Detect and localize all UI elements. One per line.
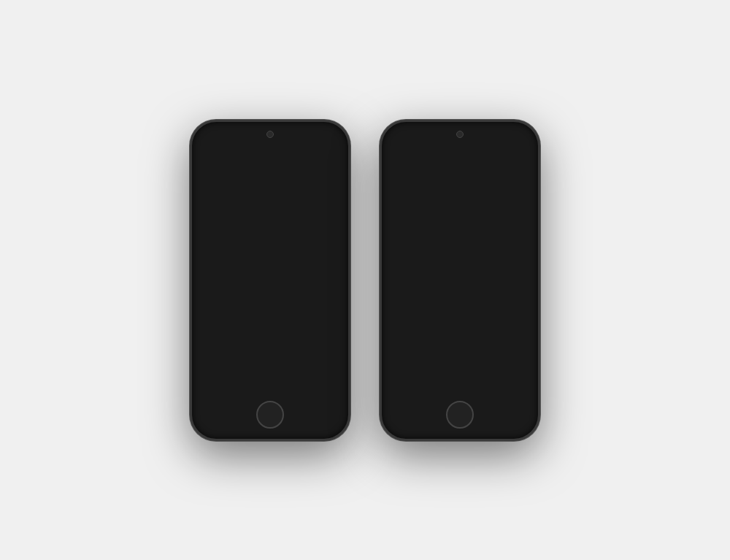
shuffle-play-container: SHUFFLE PLAY	[196, 175, 345, 202]
library-item-6[interactable]: CROSSFITPOP CrossFit Pop Playlist • by T…	[385, 377, 534, 397]
lib-title-2: Switchfoot	[420, 265, 447, 272]
song-subtitle-5: ↓ Rhiannon Giddens • Factory Girl	[204, 331, 326, 338]
podcasts-left: ((·)) Podcasts & Videos	[394, 196, 468, 207]
battery-icon	[326, 145, 337, 150]
status-bar-2: T-Mobile Wi-Fi 📶 8:00 AM ⊕ ✱	[385, 142, 534, 154]
library-item-4[interactable]: DiscoverWeekly Discover Weekly Playlist …	[385, 317, 534, 347]
song-info-4: Mouth Music ↓ Rhiannon Giddens • Factory…	[204, 299, 326, 315]
download-progress-row: DOWNLOADING 1815 OF 1957	[385, 174, 534, 185]
song-info-7: Factory Girl ↓ Rhiannon Giddens • Factor…	[204, 369, 326, 385]
lib-title-4: Discover Weekly	[420, 325, 464, 331]
thumb-label-1: SWITCHFOOT	[394, 231, 416, 242]
library-item-3[interactable]: Complete Allman Brown Playlist • by Allm…	[385, 287, 534, 317]
downloading-label-2: DOWNLOADING	[394, 177, 438, 183]
song-item-7[interactable]: Factory Girl ↓ Rhiannon Giddens • Factor…	[196, 366, 345, 389]
library-item-left-2: Switchfoot Artist	[394, 261, 447, 283]
song-item-4[interactable]: Mouth Music ↓ Rhiannon Giddens • Factory…	[196, 296, 345, 319]
edit-button[interactable]: Edit	[515, 218, 526, 224]
song-title-5: Moonshiner's Daughter	[204, 323, 326, 330]
status-bar-1: T-Mobile Wi-Fi 📶 8:00 AM ⊕ ✱	[196, 142, 345, 154]
song-list: Freedom Highway ↓ Rhiannon Giddens • Fre…	[196, 226, 345, 389]
song-title-2: At the Purchaser's Option	[204, 253, 326, 260]
item-chevron-6: ›	[523, 387, 526, 395]
lib-title-1: Where The Light Shines Through (Deluxe E…	[420, 231, 523, 245]
battery-icon-2	[515, 145, 527, 150]
wifi-icon-2: 📶	[451, 145, 458, 151]
podcast-icon: ((·))	[394, 196, 408, 207]
item-chevron-3: ›	[523, 297, 526, 305]
library-item-1[interactable]: SWITCHFOOT Where The Light Shines Throug…	[385, 227, 534, 257]
lib-title-3: Complete Allman Brown	[420, 295, 483, 302]
back-button[interactable]: <	[203, 156, 209, 168]
signal-dots-2	[393, 146, 407, 149]
progress-bar-fill	[394, 185, 516, 187]
item-chevron-4: ›	[523, 327, 526, 335]
lib-sub-1: Album • by Switchfoot	[420, 246, 523, 251]
play-button-1[interactable]	[323, 394, 337, 397]
shuffle-play-button[interactable]: SHUFFLE PLAY	[219, 180, 321, 197]
download-circle-icon-7: ↓	[204, 378, 210, 384]
song-info-1: Freedom Highway ↓ Rhiannon Giddens • Fre…	[204, 229, 326, 245]
library-info-6: CrossFit Pop Playlist • by Topsify US	[420, 385, 472, 397]
downloading-row: Downloading...	[196, 204, 345, 226]
song-info-3: That Lonesome Road ↓ Rhiannon Giddens • …	[204, 276, 326, 291]
dot2-2	[396, 146, 399, 149]
status-left-2: T-Mobile Wi-Fi 📶	[393, 145, 458, 151]
status-right-1: ⊕ ✱	[311, 145, 337, 151]
play-triangle-icon	[239, 185, 245, 192]
more-dots-4[interactable]: ···	[326, 302, 336, 312]
dot4	[214, 146, 217, 149]
more-dots-6[interactable]: ···	[326, 348, 336, 358]
download-circle-icon-3: ↓	[204, 285, 210, 291]
more-dots-2[interactable]: ···	[326, 255, 336, 265]
album-thumb-1: SWITCHFOOT	[394, 231, 416, 253]
chevron-up-icon: ∧	[203, 396, 208, 397]
library-item-left-5: The Reckoning Album • by NEEDTOBREATHE	[394, 350, 491, 372]
gear-icon[interactable]: ⚙	[518, 160, 526, 170]
dot3	[210, 146, 213, 149]
song-item-3[interactable]: That Lonesome Road ↓ Rhiannon Giddens • …	[196, 272, 345, 296]
user-avatar[interactable]	[394, 158, 407, 172]
more-dots-5[interactable]: ···	[326, 325, 336, 335]
song-item-2[interactable]: At the Purchaser's Option ↓ Rhiannon Gid…	[196, 249, 345, 272]
album-thumb-2	[394, 261, 416, 283]
download-circle-icon-4: ↓	[204, 308, 210, 314]
bluetooth-icon: ✱	[318, 145, 323, 151]
song-subtitle-2: ↓ Rhiannon Giddens • At the Purchaser's …	[204, 261, 326, 268]
song-item-6[interactable]: Underneath the Harlem Moon ↓ Rhiannon Gi…	[196, 342, 345, 366]
song-subtitle-7: ↓ Rhiannon Giddens • Factory Girl	[204, 378, 326, 385]
song-subtitle-6: ↓ Rhiannon Giddens • Factory Girl	[204, 355, 326, 361]
wifi-icon: 📶	[261, 145, 269, 151]
library-item-2[interactable]: Switchfoot Artist ›	[385, 257, 534, 287]
item-chevron-2: ›	[523, 267, 526, 275]
album-thumb-5	[394, 350, 416, 372]
settings-icon-2: ⊕	[501, 145, 506, 151]
song-item-1[interactable]: Freedom Highway ↓ Rhiannon Giddens • Fre…	[196, 226, 345, 249]
library-info-4: Discover Weekly Playlist • by Spotify	[420, 325, 464, 338]
song-info-5: Moonshiner's Daughter ↓ Rhiannon Giddens…	[204, 323, 326, 338]
now-playing-track-1: I Won't Let You Go • Switchfoot	[212, 395, 288, 397]
library-item-left-4: DiscoverWeekly Discover Weekly Playlist …	[394, 321, 464, 342]
download-circle-icon-6: ↓	[204, 355, 210, 361]
avatar-image	[394, 158, 407, 172]
lib-sub-3: Playlist • by Allman Brown	[420, 303, 483, 308]
more-dots-1[interactable]: ···	[326, 231, 336, 242]
lib-sub-5: Album • by NEEDTOBREATHE	[420, 363, 491, 368]
podcasts-row[interactable]: ((·)) Podcasts & Videos ›	[385, 191, 534, 212]
now-playing-bar-1[interactable]: ∧ I Won't Let You Go • Switchfoot Device…	[196, 389, 345, 397]
song-info-2: At the Purchaser's Option ↓ Rhiannon Gid…	[204, 253, 326, 268]
song-item-5[interactable]: Moonshiner's Daughter ↓ Rhiannon Giddens…	[196, 319, 345, 342]
time-label-2: 8:00 AM	[469, 145, 491, 151]
dot3-2	[400, 146, 403, 149]
settings-icon: ⊕	[311, 145, 316, 151]
more-dots-7[interactable]: ···	[326, 372, 336, 382]
download-toggle[interactable]	[315, 209, 336, 220]
library-item-5[interactable]: The Reckoning Album • by NEEDTOBREATHE ›	[385, 347, 534, 377]
more-dots-3[interactable]: ···	[326, 278, 336, 288]
time-label: 8:00 AM	[279, 145, 301, 151]
songs-title: SONGS	[255, 158, 285, 166]
phone-1: T-Mobile Wi-Fi 📶 8:00 AM ⊕ ✱ < SONGS SHU…	[190, 120, 350, 441]
song-subtitle-1: ↓ Rhiannon Giddens • Freedom Highway	[204, 238, 326, 245]
lib-title-5: The Reckoning	[420, 355, 491, 361]
download-circle-icon-5: ↓	[204, 331, 210, 337]
